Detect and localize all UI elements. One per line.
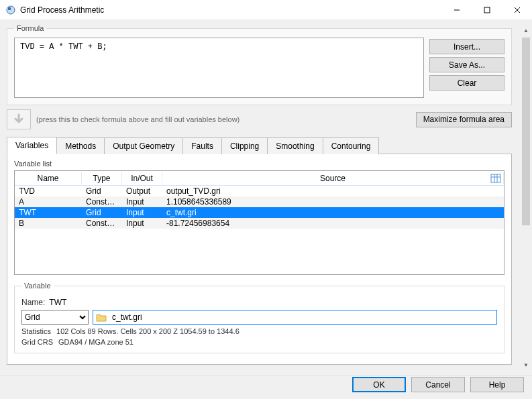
crs-label: Grid CRS <box>21 338 53 346</box>
columns-icon[interactable] <box>490 173 501 184</box>
tabs: Variables Methods Output Geometry Faults… <box>7 136 512 154</box>
table-row[interactable]: B Constant Input -81.72456983654 <box>15 218 504 229</box>
check-hint-text: (press this to check formula above and f… <box>36 115 411 123</box>
variable-name-value: TWT <box>49 298 66 307</box>
ok-button[interactable]: OK <box>352 377 406 392</box>
col-source-header[interactable]: Source <box>162 172 504 184</box>
stats-value: 102 Cols 89 Rows. Cells 200 x 200 Z 1054… <box>56 327 240 335</box>
cell: Input <box>122 217 162 229</box>
cell: Constant <box>82 217 122 229</box>
variable-path-input[interactable] <box>111 311 494 323</box>
insert-button[interactable]: Insert... <box>429 39 504 54</box>
close-button[interactable] <box>502 0 532 20</box>
table-row[interactable]: TVD Grid Output output_TVD.gri <box>15 186 504 196</box>
clear-button[interactable]: Clear <box>429 75 504 91</box>
svg-rect-3 <box>484 7 490 13</box>
folder-icon[interactable] <box>96 312 107 322</box>
variable-list[interactable]: Name Type In/Out Source TVD Grid Output … <box>14 170 504 275</box>
variable-list-label: Variable list <box>14 160 504 168</box>
variable-path-field[interactable] <box>93 310 497 325</box>
tab-output-geometry[interactable]: Output Geometry <box>104 137 183 154</box>
col-name-header[interactable]: Name <box>15 172 82 184</box>
cell: B <box>15 217 82 229</box>
formula-legend: Formula <box>14 24 46 32</box>
maximize-formula-button[interactable]: Maximize formula area <box>416 112 512 127</box>
col-inout-header[interactable]: In/Out <box>122 172 162 184</box>
svg-rect-1 <box>8 7 11 10</box>
minimize-button[interactable] <box>441 0 472 20</box>
cancel-button[interactable]: Cancel <box>411 377 465 392</box>
check-formula-button[interactable] <box>7 109 31 129</box>
tab-methods[interactable]: Methods <box>56 137 105 154</box>
help-button[interactable]: Help <box>470 377 524 392</box>
stats-label: Statistics <box>21 327 51 335</box>
formula-textarea[interactable]: TVD = A * TWT + B; <box>14 38 424 98</box>
table-row[interactable]: A Constant Input 1.1058645336589 <box>15 196 504 207</box>
tab-smoothing[interactable]: Smoothing <box>267 137 323 154</box>
dialog-footer: OK Cancel Help <box>0 375 532 399</box>
variable-type-select[interactable]: Grid <box>21 310 89 325</box>
tab-faults[interactable]: Faults <box>182 137 222 154</box>
variable-group: Variable Name: TWT Grid <box>14 282 504 353</box>
col-type-header[interactable]: Type <box>82 172 122 184</box>
maximize-button[interactable] <box>472 0 502 20</box>
scrollbar-thumb[interactable] <box>522 38 530 225</box>
saveas-button[interactable]: Save As... <box>429 57 504 72</box>
tab-contouring[interactable]: Contouring <box>323 137 380 154</box>
variable-list-header: Name Type In/Out Source <box>15 171 504 186</box>
window-title: Grid Process Arithmetic <box>20 5 441 15</box>
scroll-up-icon[interactable]: ▲ <box>521 24 531 36</box>
crs-value: GDA94 / MGA zone 51 <box>58 338 134 346</box>
svg-rect-6 <box>491 174 500 182</box>
table-row[interactable]: TWT Grid Input c_twt.gri <box>15 207 504 218</box>
formula-group: Formula TVD = A * TWT + B; Insert... Sav… <box>7 24 512 105</box>
variable-name-label: Name: <box>21 298 45 307</box>
tab-clipping[interactable]: Clipping <box>221 137 268 154</box>
variable-legend: Variable <box>21 282 54 290</box>
app-icon <box>5 5 16 15</box>
titlebar: Grid Process Arithmetic <box>0 0 532 20</box>
tabpane-variables: Variable list Name Type In/Out Source TV… <box>7 154 512 365</box>
tab-variables[interactable]: Variables <box>7 137 57 154</box>
cell: -81.72456983654 <box>162 217 504 229</box>
vertical-scrollbar[interactable]: ▲ ▼ <box>521 24 531 371</box>
scroll-down-icon[interactable]: ▼ <box>521 359 531 371</box>
